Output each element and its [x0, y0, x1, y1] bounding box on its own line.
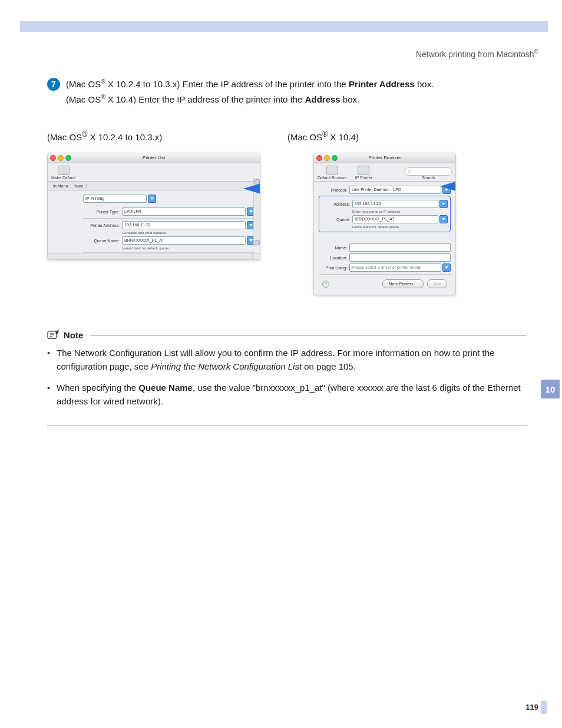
form-area: IP Printing Printer Type: LPD/LPR Printe…	[48, 190, 260, 260]
hint-queue: Leave blank for default queue	[122, 246, 255, 250]
search-input[interactable]: Q	[405, 167, 452, 176]
note-block: Note The Network Configuration List will…	[47, 330, 527, 426]
running-header: Network printing from Macintosh®	[416, 48, 538, 59]
form-area: Protocol: Line Printer Daemon - LPD Addr…	[314, 182, 455, 293]
help-icon[interactable]: ?	[322, 281, 329, 288]
note-title: Note	[64, 330, 83, 340]
note-title-row: Note	[47, 330, 527, 340]
printer-type-select[interactable]: LPD/LPR	[122, 207, 246, 216]
globe-icon	[358, 166, 369, 175]
window-titlebar: Printer List	[48, 153, 260, 163]
label-queue-name: Queue Name:	[83, 239, 122, 243]
more-printers-button[interactable]: More Printers...	[382, 279, 424, 288]
caption-row: (Mac OS® X 10.2.4 to 10.3.x) (Mac OS® X …	[47, 130, 527, 142]
printer-icon	[58, 166, 70, 175]
window-titlebar: Printer Browser	[314, 153, 455, 163]
browser-icon	[326, 166, 338, 175]
caption-right: (Mac OS® X 10.4)	[287, 130, 359, 142]
name-input[interactable]	[349, 243, 451, 252]
page: Network printing from Macintosh® 7 (Mac …	[0, 0, 562, 728]
hint-queue: Leave blank for default queue.	[352, 225, 448, 229]
resize-handle-icon[interactable]	[252, 253, 260, 259]
header-text: Network printing from Macintosh	[416, 50, 534, 59]
location-input[interactable]	[349, 253, 451, 262]
note-rule	[90, 335, 527, 335]
dropdown-icon[interactable]	[148, 195, 156, 203]
queue-input[interactable]: BRNXXXXXX_P1_AT	[352, 215, 438, 223]
label-location: Location:	[319, 256, 349, 260]
note-icon	[47, 330, 60, 340]
hint-address: Enter host name or IP address.	[352, 210, 448, 213]
printer-address-input[interactable]: 192.168.11.22	[122, 221, 246, 229]
step-number-badge: 7	[47, 78, 60, 91]
link-network-config[interactable]: Printing the Network Configuration List	[151, 361, 302, 371]
bottom-accent	[541, 701, 547, 714]
label-printer-type: Printer Type:	[83, 210, 122, 214]
highlight-box: Address: 192.168.11.22 Enter host name o…	[319, 196, 451, 232]
add-button[interactable]: Add	[427, 279, 447, 288]
step-7: 7 (Mac OS® X 10.2.4 to 10.3.x) Enter the…	[47, 77, 527, 107]
label-queue: Queue:	[322, 218, 352, 222]
step-text: (Mac OS® X 10.2.4 to 10.3.x) Enter the I…	[66, 77, 434, 107]
traffic-lights-icon	[316, 155, 338, 161]
label-print-using: Print Using:	[319, 266, 349, 270]
toolbar-make-default[interactable]: Make Default	[51, 166, 75, 180]
window-title: Printer List	[143, 155, 165, 160]
svg-marker-0	[243, 180, 260, 197]
dropdown-icon[interactable]	[439, 215, 448, 223]
dropdown-icon[interactable]	[442, 263, 451, 272]
label-printer-address: Printer Address:	[83, 223, 122, 228]
screenshots-row: Printer List Make Default In Menu Nam IP…	[47, 153, 527, 295]
col-name: Nam	[71, 184, 87, 188]
note-list: The Network Configuration List will allo…	[47, 346, 527, 408]
label-address: Address:	[322, 202, 352, 206]
page-number: 119	[525, 703, 538, 711]
ip-printing-select[interactable]: IP Printing	[83, 195, 147, 203]
protocol-select[interactable]: Line Printer Daemon - LPD	[349, 186, 441, 194]
chapter-tab: 10	[541, 380, 560, 398]
dropdown-icon[interactable]	[439, 200, 448, 208]
address-input[interactable]: 192.168.11.22	[352, 200, 438, 208]
horizontal-scrollbar[interactable]	[48, 253, 253, 259]
callout-arrow-icon	[243, 180, 260, 197]
window-toolbar: Make Default	[48, 163, 260, 182]
note-item-2: When specifying the Queue Name, use the …	[47, 381, 527, 409]
window-toolbar: Default Browser IP Printer Q Search	[314, 163, 455, 182]
screenshot-printer-list: Printer List Make Default In Menu Nam IP…	[47, 153, 260, 260]
col-in-menu: In Menu	[50, 184, 71, 188]
window-title: Printer Browser	[368, 155, 401, 160]
svg-marker-1	[440, 178, 456, 195]
note-item-1: The Network Configuration List will allo…	[47, 346, 527, 374]
content-area: 7 (Mac OS® X 10.2.4 to 10.3.x) Enter the…	[47, 77, 527, 426]
hint-address: Complete and valid address.	[122, 231, 255, 235]
toolbar-ip-printer[interactable]: IP Printer	[355, 166, 372, 180]
print-using-select[interactable]: Please select a driver or printer model	[349, 263, 441, 272]
label-protocol: Protocol:	[319, 188, 349, 192]
label-name: Name:	[319, 246, 349, 250]
queue-name-input[interactable]: BRNXXXXXX_P1_AT	[122, 236, 246, 245]
callout-arrow-icon	[440, 178, 456, 195]
registered-mark: ®	[534, 48, 538, 55]
screenshot-printer-browser: Printer Browser Default Browser IP Print…	[313, 153, 456, 295]
traffic-lights-icon	[50, 155, 71, 161]
caption-left: (Mac OS® X 10.2.4 to 10.3.x)	[47, 130, 283, 142]
column-header: In Menu Nam	[48, 182, 260, 190]
toolbar-default-browser[interactable]: Default Browser	[318, 166, 347, 180]
top-accent-bar	[20, 21, 548, 32]
